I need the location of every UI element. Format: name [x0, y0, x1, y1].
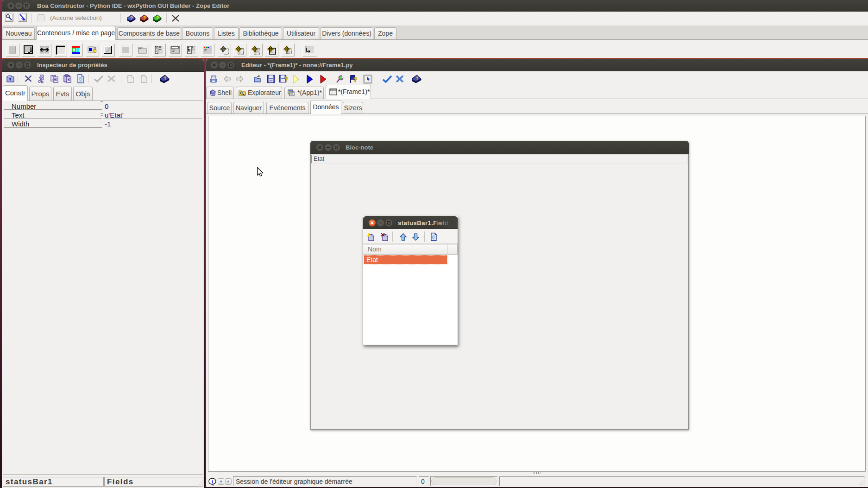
svg-text:?: ?: [353, 76, 358, 83]
svg-text:i: i: [212, 479, 213, 484]
svg-text:?: ?: [284, 75, 289, 83]
